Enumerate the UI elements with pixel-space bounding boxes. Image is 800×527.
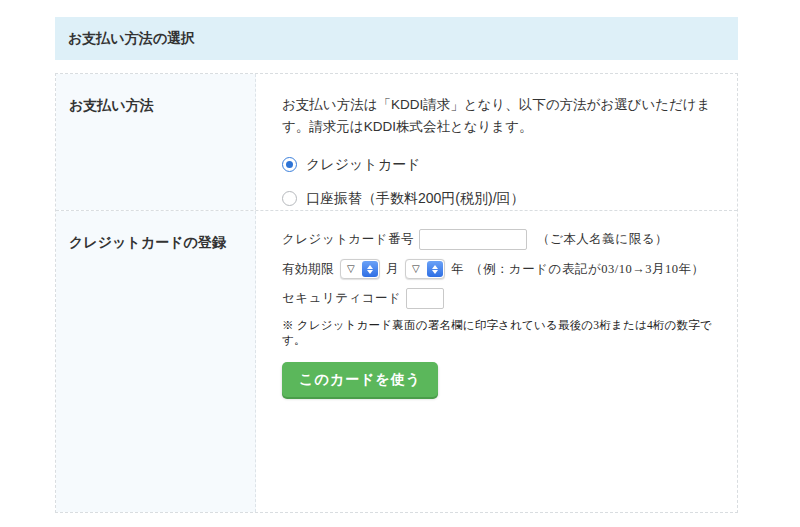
card-registration-header-cell: クレジットカードの登録 bbox=[56, 211, 256, 512]
payment-section: お支払い方法の選択 お支払い方法 お支払い方法は「KDDI請求」となり、以下の方… bbox=[55, 17, 738, 513]
card-number-inline-note: （ご本人名義に限る） bbox=[537, 231, 668, 248]
card-registration-content-cell: クレジットカード番号 （ご本人名義に限る） 有効期限 ▽ 月 bbox=[256, 211, 737, 512]
card-number-input[interactable] bbox=[419, 229, 527, 250]
card-number-label: クレジットカード番号 bbox=[282, 231, 414, 248]
payment-method-header-cell: お支払い方法 bbox=[56, 74, 256, 210]
stepper-up-icon bbox=[367, 265, 373, 269]
payment-method-row-label: お支払い方法 bbox=[69, 97, 154, 113]
section-title: お支払い方法の選択 bbox=[68, 30, 195, 48]
radio-option-label[interactable]: 口座振替（手数料200円(税別)/回） bbox=[306, 190, 525, 208]
expiry-label: 有効期限 bbox=[282, 261, 334, 278]
expiry-month-selected-value: ▽ bbox=[347, 264, 355, 274]
select-stepper-icon bbox=[427, 261, 443, 277]
stepper-down-icon bbox=[367, 270, 373, 274]
radio-button-icon[interactable] bbox=[282, 157, 297, 172]
expiry-year-select[interactable]: ▽ bbox=[405, 259, 445, 279]
payment-method-row: お支払い方法 お支払い方法は「KDDI請求」となり、以下の方法がお選びいただけま… bbox=[56, 74, 737, 210]
payment-method-content-cell: お支払い方法は「KDDI請求」となり、以下の方法がお選びいただけます。請求元はK… bbox=[256, 74, 737, 210]
expiry-line: 有効期限 ▽ 月 ▽ bbox=[282, 259, 721, 279]
stepper-down-icon bbox=[432, 270, 438, 274]
expiry-month-unit: 月 bbox=[386, 261, 399, 278]
radio-button-icon[interactable] bbox=[282, 191, 297, 206]
expiry-year-selected-value: ▽ bbox=[412, 264, 420, 274]
expiry-year-unit: 年 bbox=[451, 261, 464, 278]
expiry-month-select[interactable]: ▽ bbox=[340, 259, 380, 279]
security-code-note: ※ クレジットカード裏面の署名欄に印字されている最後の3桁または4桁の数字です。 bbox=[282, 318, 721, 348]
payment-method-description: お支払い方法は「KDDI請求」となり、以下の方法がお選びいただけます。請求元はK… bbox=[282, 94, 721, 139]
select-stepper-icon bbox=[362, 261, 378, 277]
radio-option-credit-card[interactable]: クレジットカード bbox=[282, 156, 721, 174]
security-code-line: セキュリティコード bbox=[282, 288, 721, 309]
card-registration-row-label: クレジットカードの登録 bbox=[69, 234, 226, 250]
card-number-line: クレジットカード番号 （ご本人名義に限る） bbox=[282, 229, 721, 250]
security-code-input[interactable] bbox=[406, 288, 444, 309]
stepper-up-icon bbox=[432, 265, 438, 269]
section-header-bar: お支払い方法の選択 bbox=[55, 17, 738, 60]
expiry-example-note: （例：カードの表記が03/10→3月10年） bbox=[470, 261, 704, 278]
use-this-card-button[interactable]: このカードを使う bbox=[282, 362, 438, 397]
card-registration-row: クレジットカードの登録 クレジットカード番号 （ご本人名義に限る） 有効期限 ▽ bbox=[56, 210, 737, 512]
radio-option-bank-transfer[interactable]: 口座振替（手数料200円(税別)/回） bbox=[282, 190, 721, 208]
radio-option-label[interactable]: クレジットカード bbox=[306, 156, 420, 174]
security-code-label: セキュリティコード bbox=[282, 290, 401, 307]
payment-form-table: お支払い方法 お支払い方法は「KDDI請求」となり、以下の方法がお選びいただけま… bbox=[55, 73, 738, 513]
